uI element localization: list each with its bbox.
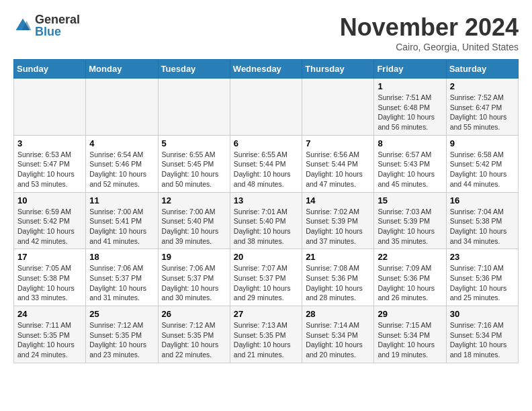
calendar-cell bbox=[302, 79, 374, 136]
calendar-cell: 28Sunrise: 7:14 AM Sunset: 5:34 PM Dayli… bbox=[302, 306, 374, 363]
calendar-cell: 29Sunrise: 7:15 AM Sunset: 5:34 PM Dayli… bbox=[374, 306, 446, 363]
weekday-header-thursday: Thursday bbox=[302, 60, 374, 79]
calendar-cell: 12Sunrise: 7:00 AM Sunset: 5:40 PM Dayli… bbox=[158, 192, 230, 249]
week-row-2: 3Sunrise: 6:53 AM Sunset: 5:47 PM Daylig… bbox=[14, 135, 519, 192]
calendar-cell: 7Sunrise: 6:56 AM Sunset: 5:44 PM Daylig… bbox=[302, 135, 374, 192]
day-info: Sunrise: 7:14 AM Sunset: 5:34 PM Dayligh… bbox=[306, 320, 370, 360]
weekday-header-tuesday: Tuesday bbox=[158, 60, 230, 79]
day-number: 30 bbox=[450, 309, 515, 319]
calendar-cell: 20Sunrise: 7:07 AM Sunset: 5:37 PM Dayli… bbox=[230, 249, 302, 306]
calendar-cell: 26Sunrise: 7:12 AM Sunset: 5:35 PM Dayli… bbox=[158, 306, 230, 363]
day-info: Sunrise: 7:00 AM Sunset: 5:41 PM Dayligh… bbox=[89, 207, 154, 246]
day-number: 16 bbox=[450, 195, 515, 205]
day-info: Sunrise: 7:15 AM Sunset: 5:34 PM Dayligh… bbox=[378, 320, 442, 360]
day-number: 19 bbox=[162, 252, 226, 262]
logo-icon bbox=[13, 16, 32, 35]
day-number: 6 bbox=[234, 138, 298, 148]
week-row-5: 24Sunrise: 7:11 AM Sunset: 5:35 PM Dayli… bbox=[14, 306, 519, 363]
day-info: Sunrise: 7:12 AM Sunset: 5:35 PM Dayligh… bbox=[162, 320, 226, 360]
day-info: Sunrise: 6:55 AM Sunset: 5:45 PM Dayligh… bbox=[162, 150, 226, 189]
calendar-cell: 5Sunrise: 6:55 AM Sunset: 5:45 PM Daylig… bbox=[158, 135, 230, 192]
day-info: Sunrise: 6:58 AM Sunset: 5:42 PM Dayligh… bbox=[450, 150, 515, 189]
day-number: 29 bbox=[378, 309, 442, 319]
day-info: Sunrise: 7:08 AM Sunset: 5:36 PM Dayligh… bbox=[306, 263, 370, 303]
day-number: 2 bbox=[450, 81, 515, 91]
day-number: 11 bbox=[89, 195, 154, 205]
day-info: Sunrise: 7:52 AM Sunset: 6:47 PM Dayligh… bbox=[450, 93, 515, 132]
day-number: 17 bbox=[17, 252, 82, 262]
day-number: 22 bbox=[378, 252, 442, 262]
calendar-cell: 16Sunrise: 7:04 AM Sunset: 5:38 PM Dayli… bbox=[446, 192, 518, 249]
day-info: Sunrise: 7:06 AM Sunset: 5:37 PM Dayligh… bbox=[89, 263, 154, 303]
day-number: 18 bbox=[89, 252, 154, 262]
calendar-cell bbox=[14, 79, 86, 136]
logo-text: General Blue bbox=[35, 13, 80, 38]
day-number: 8 bbox=[378, 138, 442, 148]
location-text: Cairo, Georgia, United States bbox=[340, 42, 519, 52]
day-info: Sunrise: 7:13 AM Sunset: 5:35 PM Dayligh… bbox=[234, 320, 298, 360]
day-number: 10 bbox=[17, 195, 82, 205]
week-row-3: 10Sunrise: 6:59 AM Sunset: 5:42 PM Dayli… bbox=[14, 192, 519, 249]
day-number: 27 bbox=[234, 309, 298, 319]
day-info: Sunrise: 7:09 AM Sunset: 5:36 PM Dayligh… bbox=[378, 263, 442, 303]
weekday-header-sunday: Sunday bbox=[14, 60, 86, 79]
weekday-header-row: SundayMondayTuesdayWednesdayThursdayFrid… bbox=[14, 60, 519, 79]
title-area: November 2024 Cairo, Georgia, United Sta… bbox=[340, 13, 519, 52]
calendar-cell: 30Sunrise: 7:16 AM Sunset: 5:34 PM Dayli… bbox=[446, 306, 518, 363]
day-number: 26 bbox=[162, 309, 226, 319]
day-info: Sunrise: 7:00 AM Sunset: 5:40 PM Dayligh… bbox=[162, 207, 226, 246]
day-number: 1 bbox=[378, 81, 442, 91]
day-number: 20 bbox=[234, 252, 298, 262]
day-number: 13 bbox=[234, 195, 298, 205]
calendar-cell bbox=[230, 79, 302, 136]
calendar-cell: 27Sunrise: 7:13 AM Sunset: 5:35 PM Dayli… bbox=[230, 306, 302, 363]
day-number: 24 bbox=[17, 309, 82, 319]
calendar-cell: 17Sunrise: 7:05 AM Sunset: 5:38 PM Dayli… bbox=[14, 249, 86, 306]
calendar-cell: 25Sunrise: 7:12 AM Sunset: 5:35 PM Dayli… bbox=[86, 306, 158, 363]
day-number: 25 bbox=[89, 309, 154, 319]
month-title: November 2024 bbox=[340, 13, 519, 42]
calendar-cell: 19Sunrise: 7:06 AM Sunset: 5:37 PM Dayli… bbox=[158, 249, 230, 306]
day-info: Sunrise: 7:06 AM Sunset: 5:37 PM Dayligh… bbox=[162, 263, 226, 303]
weekday-header-monday: Monday bbox=[86, 60, 158, 79]
calendar-table: SundayMondayTuesdayWednesdayThursdayFrid… bbox=[13, 59, 519, 363]
day-info: Sunrise: 7:03 AM Sunset: 5:39 PM Dayligh… bbox=[378, 207, 442, 246]
calendar-cell: 23Sunrise: 7:10 AM Sunset: 5:36 PM Dayli… bbox=[446, 249, 518, 306]
day-info: Sunrise: 7:12 AM Sunset: 5:35 PM Dayligh… bbox=[89, 320, 154, 360]
calendar-cell: 4Sunrise: 6:54 AM Sunset: 5:46 PM Daylig… bbox=[86, 135, 158, 192]
calendar-cell: 18Sunrise: 7:06 AM Sunset: 5:37 PM Dayli… bbox=[86, 249, 158, 306]
calendar-cell: 13Sunrise: 7:01 AM Sunset: 5:40 PM Dayli… bbox=[230, 192, 302, 249]
weekday-header-friday: Friday bbox=[374, 60, 446, 79]
weekday-header-saturday: Saturday bbox=[446, 60, 518, 79]
day-number: 14 bbox=[306, 195, 370, 205]
day-info: Sunrise: 7:16 AM Sunset: 5:34 PM Dayligh… bbox=[450, 320, 515, 360]
day-number: 28 bbox=[306, 309, 370, 319]
calendar-cell: 6Sunrise: 6:55 AM Sunset: 5:44 PM Daylig… bbox=[230, 135, 302, 192]
calendar-cell: 9Sunrise: 6:58 AM Sunset: 5:42 PM Daylig… bbox=[446, 135, 518, 192]
day-info: Sunrise: 6:59 AM Sunset: 5:42 PM Dayligh… bbox=[17, 207, 82, 246]
day-number: 21 bbox=[306, 252, 370, 262]
week-row-1: 1Sunrise: 7:51 AM Sunset: 6:48 PM Daylig… bbox=[14, 79, 519, 136]
day-info: Sunrise: 7:11 AM Sunset: 5:35 PM Dayligh… bbox=[17, 320, 82, 360]
calendar-cell: 22Sunrise: 7:09 AM Sunset: 5:36 PM Dayli… bbox=[374, 249, 446, 306]
calendar-cell: 3Sunrise: 6:53 AM Sunset: 5:47 PM Daylig… bbox=[14, 135, 86, 192]
page-header: General Blue November 2024 Cairo, Georgi… bbox=[13, 13, 519, 52]
day-number: 23 bbox=[450, 252, 515, 262]
day-info: Sunrise: 6:57 AM Sunset: 5:43 PM Dayligh… bbox=[378, 150, 442, 189]
calendar-cell bbox=[158, 79, 230, 136]
calendar-cell: 24Sunrise: 7:11 AM Sunset: 5:35 PM Dayli… bbox=[14, 306, 86, 363]
calendar-cell: 21Sunrise: 7:08 AM Sunset: 5:36 PM Dayli… bbox=[302, 249, 374, 306]
calendar-cell: 1Sunrise: 7:51 AM Sunset: 6:48 PM Daylig… bbox=[374, 79, 446, 136]
day-info: Sunrise: 7:07 AM Sunset: 5:37 PM Dayligh… bbox=[234, 263, 298, 303]
day-info: Sunrise: 6:54 AM Sunset: 5:46 PM Dayligh… bbox=[89, 150, 154, 189]
calendar-cell bbox=[86, 79, 158, 136]
day-number: 12 bbox=[162, 195, 226, 205]
calendar-cell: 10Sunrise: 6:59 AM Sunset: 5:42 PM Dayli… bbox=[14, 192, 86, 249]
day-info: Sunrise: 6:53 AM Sunset: 5:47 PM Dayligh… bbox=[17, 150, 82, 189]
day-info: Sunrise: 7:51 AM Sunset: 6:48 PM Dayligh… bbox=[378, 93, 442, 132]
logo-general-text: General bbox=[35, 13, 80, 26]
day-info: Sunrise: 7:04 AM Sunset: 5:38 PM Dayligh… bbox=[450, 207, 515, 246]
day-info: Sunrise: 7:01 AM Sunset: 5:40 PM Dayligh… bbox=[234, 207, 298, 246]
day-number: 3 bbox=[17, 138, 82, 148]
week-row-4: 17Sunrise: 7:05 AM Sunset: 5:38 PM Dayli… bbox=[14, 249, 519, 306]
